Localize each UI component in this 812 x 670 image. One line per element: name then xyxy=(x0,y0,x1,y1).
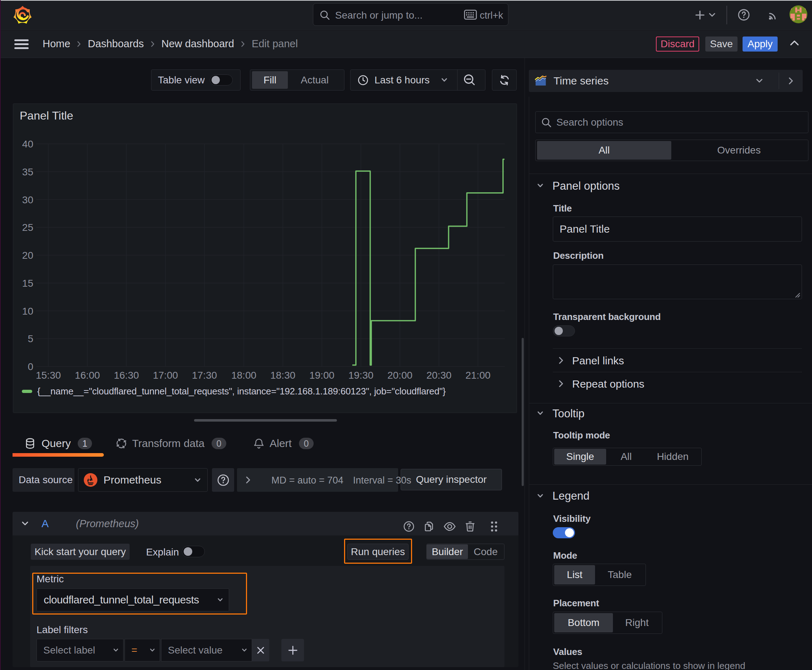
svg-text:15:30: 15:30 xyxy=(36,370,61,381)
svg-text:17:30: 17:30 xyxy=(192,370,217,381)
svg-text:18:30: 18:30 xyxy=(270,370,295,381)
svg-text:18:00: 18:00 xyxy=(231,370,256,381)
svg-text:5: 5 xyxy=(27,333,33,344)
svg-text:25: 25 xyxy=(22,222,33,233)
svg-text:16:00: 16:00 xyxy=(75,370,100,381)
svg-text:20:30: 20:30 xyxy=(426,370,451,381)
svg-text:21:00: 21:00 xyxy=(465,370,490,381)
svg-text:19:30: 19:30 xyxy=(348,370,373,381)
svg-text:10: 10 xyxy=(22,306,33,317)
svg-text:0: 0 xyxy=(27,361,33,372)
svg-text:35: 35 xyxy=(22,166,33,178)
svg-text:40: 40 xyxy=(22,139,33,150)
svg-text:30: 30 xyxy=(22,195,33,205)
svg-text:19:00: 19:00 xyxy=(309,370,334,381)
svg-text:20:00: 20:00 xyxy=(387,370,412,381)
svg-text:17:00: 17:00 xyxy=(153,370,178,381)
svg-text:15: 15 xyxy=(22,278,33,289)
svg-text:16:30: 16:30 xyxy=(114,370,139,381)
svg-text:20: 20 xyxy=(22,250,33,261)
